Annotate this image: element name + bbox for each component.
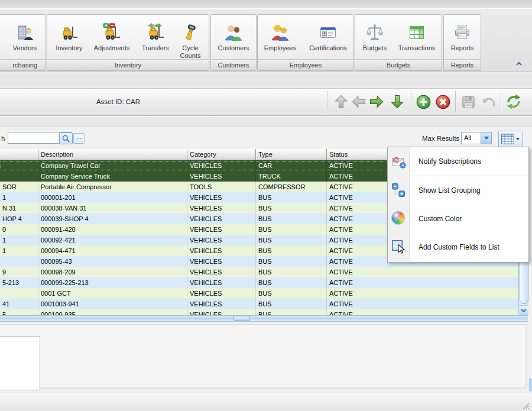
cell-asset-id: 5 (0, 309, 38, 315)
menu-item-notify-subscriptions[interactable]: @ Notify Subscriptions (388, 147, 528, 176)
scales-icon (365, 23, 384, 42)
cell-description: 000039-SHOP 4 (38, 213, 187, 224)
chevron-up-icon (515, 61, 523, 67)
column-header-description[interactable]: Description (38, 149, 187, 160)
spreadsheet-icon (407, 23, 426, 42)
cell-asset-id: 9 (0, 267, 38, 277)
search-button[interactable] (59, 132, 73, 144)
column-header-category[interactable]: Category (187, 149, 256, 160)
cell-type: COMPRESSOR (256, 182, 327, 192)
cell-description: 000098-209 (38, 267, 187, 277)
table-row[interactable]: 5 000100-935 VEHICLES BUS ACTIVE (0, 309, 518, 315)
table-row[interactable]: 41 0001003-941 VEHICLES BUS ACTIVE (0, 299, 518, 309)
cell-category: VEHICLES (187, 256, 256, 267)
arrow-up-icon (333, 93, 349, 110)
arrow-left-icon (351, 93, 367, 110)
cell-category: VEHICLES (187, 171, 256, 182)
cell-category: VEHICLES (187, 213, 256, 224)
chevron-down-icon (516, 138, 520, 140)
previous-record-button[interactable] (349, 92, 368, 111)
cell-type: BUS (256, 213, 327, 224)
ribbon-group-budgets: Budgets Transactions Budgets (355, 14, 442, 71)
cell-category: VEHICLES (187, 299, 256, 309)
vendors-icon (15, 23, 34, 42)
cell-type: BUS (256, 309, 327, 315)
ribbon-button-label: Transactions (398, 44, 436, 51)
window-top-strip (0, 0, 532, 9)
last-record-button[interactable] (388, 92, 407, 111)
cell-description: 000094-471 (38, 245, 187, 256)
next-record-button[interactable] (367, 92, 386, 111)
asset-photo-placeholder (0, 336, 40, 390)
table-row[interactable]: 0001 GCT VEHICLES BUS ACTIVE (0, 288, 518, 299)
cell-description: Portable Air Compressor (38, 182, 187, 192)
cell-asset-id (0, 160, 38, 171)
employees-icon (271, 23, 290, 42)
max-results-dropdown-button[interactable] (481, 132, 491, 144)
record-toolbar: Asset ID: CAR (0, 88, 532, 116)
ribbon-group-employees: Employees Certifications Employees (257, 14, 354, 71)
add-icon (416, 94, 432, 110)
menu-item-label: Add Custom Fields to List (419, 233, 499, 261)
ribbon-group-label: Customers (211, 59, 256, 70)
cell-asset-id: SOR (0, 182, 38, 192)
first-record-button[interactable] (332, 92, 351, 111)
adjustments-icon (102, 23, 121, 42)
cell-type: BUS (256, 203, 327, 213)
column-header-type[interactable]: Type (256, 149, 327, 160)
ribbon-group-inventory: Inventory Adjustments (47, 14, 209, 71)
ribbon-button-label: Reports (451, 44, 474, 51)
svg-text:@: @ (392, 156, 399, 163)
table-row[interactable]: 9 000098-209 VEHICLES BUS ACTIVE (0, 267, 518, 277)
cell-type: BUS (256, 277, 327, 288)
forklift-icon (60, 23, 79, 42)
cell-asset-id: 1 (0, 245, 38, 256)
color-sphere-icon (391, 211, 407, 226)
list-options-button[interactable] (498, 131, 523, 147)
horizontal-scrollbar-thumb[interactable] (233, 316, 250, 321)
cell-status: ACTIVE (327, 288, 518, 299)
cell-status: ACTIVE (327, 267, 518, 277)
menu-item-add-custom-fields[interactable]: Add Custom Fields to List (388, 233, 528, 261)
scroll-down-button[interactable] (519, 305, 528, 315)
barcode-scanner-icon (181, 23, 200, 42)
cell-type: BUS (256, 224, 327, 235)
menu-item-label: Notify Subscriptions (419, 147, 481, 176)
cell-description: 0001 GCT (38, 288, 187, 299)
collapse-ribbon-button[interactable] (515, 61, 523, 67)
column-header-asset-id[interactable] (0, 149, 38, 160)
max-results-select[interactable]: All (461, 132, 492, 144)
ribbon-button-label: Adjustments (94, 44, 130, 51)
cell-asset-id: N 31 (0, 203, 38, 213)
add-record-button[interactable] (414, 92, 433, 111)
ribbon-group-label: Reports (444, 59, 481, 70)
cell-asset-id: 1 (0, 235, 38, 245)
ribbon: e Vendors rchasing (0, 9, 532, 72)
cell-asset-id (0, 256, 38, 267)
cell-description: 000038-VAN 31 (38, 203, 187, 213)
refresh-button[interactable] (504, 92, 523, 111)
table-row[interactable]: 5-213 000099-225-213 VEHICLES BUS ACTIVE (0, 277, 518, 288)
ribbon-button-label: Transfers (142, 44, 169, 51)
transfers-icon (146, 23, 165, 42)
menu-item-custom-color[interactable]: Custom Color (388, 205, 528, 233)
search-options-button[interactable]: ... (73, 133, 85, 144)
undo-button[interactable] (479, 92, 498, 111)
search-label: h (1, 135, 5, 142)
chevron-down-icon (521, 309, 527, 312)
menu-item-show-list-grouping[interactable]: Show List Grouping (388, 176, 528, 205)
arrow-right-icon (368, 93, 385, 110)
list-options-menu: @ Notify Subscriptions (387, 147, 529, 263)
resize-grip[interactable] (522, 402, 530, 410)
cell-description: 000095-43 (38, 256, 187, 267)
cell-description: 000099-225-213 (38, 277, 187, 288)
cell-category: VEHICLES (187, 192, 256, 203)
save-button[interactable] (459, 92, 478, 111)
cell-category: VEHICLES (187, 203, 256, 213)
ribbon-button-label: Vendors (13, 44, 37, 51)
delete-record-button[interactable] (433, 92, 452, 111)
cell-description: 000092-421 (38, 235, 187, 245)
printer-icon (453, 23, 472, 42)
resize-grip-icon (522, 402, 530, 410)
horizontal-scrollbar[interactable] (0, 315, 528, 322)
